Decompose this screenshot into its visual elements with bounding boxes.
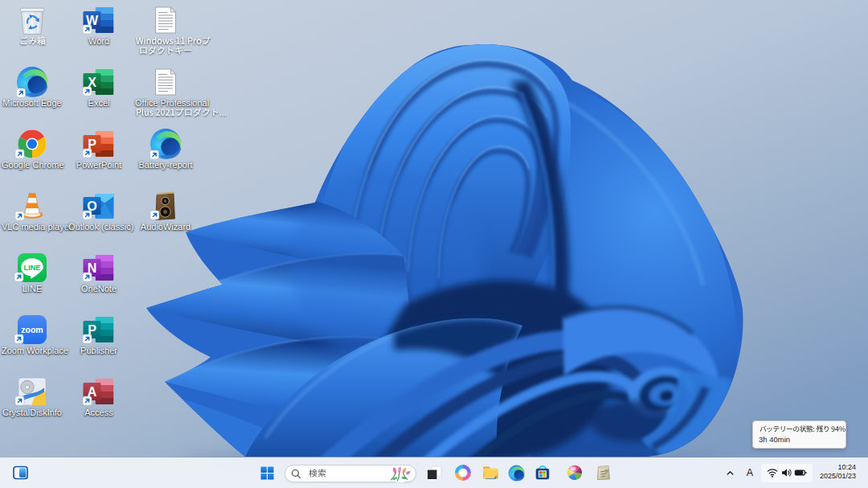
text-document-icon: [135, 6, 196, 34]
powerpoint-icon: P: [68, 130, 129, 158]
desktop-icon-access[interactable]: AAccess: [68, 378, 129, 417]
word-icon: W: [68, 6, 129, 34]
desktop-icon-zoom-workplace[interactable]: zoomZoom Workplace: [2, 316, 63, 355]
recycle-bin-icon: [2, 6, 63, 34]
desktop-icon-google-chrome[interactable]: Google Chrome: [2, 130, 63, 170]
desktop-icon-label-line: Zoom Workplace: [2, 346, 63, 355]
desktop-icon-label-line: [135, 108, 196, 117]
desktop-icon-label-line: [135, 46, 196, 55]
text-document-icon: [135, 68, 196, 96]
edge-icon: [135, 130, 196, 158]
onenote-icon: N: [68, 254, 129, 281]
svg-text:LINE: LINE: [24, 264, 41, 272]
desktop-icon-label: Microsoft Edge: [2, 98, 63, 108]
desktop-icon-label: Publisher: [68, 346, 129, 355]
clock-date: 2025/01/23: [820, 472, 856, 481]
desktop-icon-label-line: Word: [68, 36, 129, 46]
desktop-icon-label: Access: [68, 408, 129, 417]
desktop-icon-word[interactable]: WWord: [68, 6, 129, 46]
desktop-icon-label-line: PowerPoint: [68, 160, 129, 170]
access-icon: A: [68, 378, 129, 405]
desktop-icon-label-line: Outlook (classic): [68, 222, 129, 232]
desktop-icon-label-line: CrystalDiskInfo: [2, 408, 63, 417]
desktop-icon-label: Office Professional: [135, 98, 196, 117]
desktop-icon-label: CrystalDiskInfo: [2, 408, 63, 417]
desktop-icon-label: LINE: [2, 284, 63, 293]
desktop-icon-microsoft-edge[interactable]: Microsoft Edge: [2, 68, 63, 108]
desktop-icon-office-product-key[interactable]: Office Professional: [135, 68, 196, 117]
svg-text:zoom: zoom: [21, 325, 43, 334]
publisher-icon: P: [68, 316, 129, 343]
desktop-icon-audiowizard[interactable]: AudioWizard: [135, 192, 196, 232]
desktop-icon-vlc-media-player[interactable]: VLC media player: [2, 192, 63, 232]
vlc-cone-icon: [2, 192, 63, 219]
clock[interactable]: 10:24 2025/01/23: [820, 463, 856, 481]
windows-desktop: WWordMicrosoft EdgeXExcelOffice Professi…: [0, 0, 868, 488]
audiowizard-speaker-icon: [135, 192, 196, 219]
desktop-icon-label: VLC media player: [2, 222, 63, 232]
desktop-icon-label-line: LINE: [2, 284, 63, 293]
crystaldiskinfo-icon: [2, 378, 63, 405]
system-tray: A 10:24 2025/01/23: [0, 457, 868, 488]
desktop-icon-label: OneNote: [68, 284, 129, 293]
edge-icon: [2, 68, 63, 96]
desktop-icon-label-line: Google Chrome: [2, 160, 63, 170]
desktop-icon-excel[interactable]: XExcel: [68, 68, 129, 108]
battery-tooltip-line2: 3h 40min: [759, 434, 841, 445]
desktop-icon-powerpoint[interactable]: PPowerPoint: [68, 130, 129, 170]
volume-icon: [780, 467, 792, 478]
desktop-icon-windows-product-key[interactable]: [135, 6, 196, 55]
excel-icon: X: [68, 68, 129, 96]
battery-tooltip-line1: [759, 424, 841, 434]
clock-time: 10:24: [820, 463, 856, 472]
tray-status-group[interactable]: [761, 464, 813, 482]
desktop-icon-label-line: Access: [68, 408, 129, 417]
wallpaper-bloom-image: [0, 0, 868, 488]
desktop-icon-label: PowerPoint: [68, 160, 129, 170]
desktop-icon-label: Excel: [68, 98, 129, 108]
battery-tooltip: 3h 40min: [752, 420, 846, 449]
chrome-icon: [2, 130, 63, 158]
outlook-icon: O: [68, 192, 129, 219]
desktop-icon-recycle-bin[interactable]: [2, 6, 63, 46]
desktop-icon-label-line: Battery-report: [135, 160, 196, 170]
desktop-icon-label: Zoom Workplace: [2, 346, 63, 355]
desktop-icon-label-line: Office Professional: [135, 98, 196, 108]
desktop-icon-label: Battery-report: [135, 160, 196, 170]
tray-overflow-chevron-button[interactable]: [721, 463, 739, 482]
taskbar: A 10:24 2025/01/23: [0, 457, 868, 488]
desktop-icon-label-line: VLC media player: [2, 222, 63, 232]
desktop-icon-line[interactable]: LINELINE: [2, 254, 63, 293]
desktop-icon-label: Outlook (classic): [68, 222, 129, 232]
desktop-icon-crystaldiskinfo[interactable]: CrystalDiskInfo: [2, 378, 63, 417]
desktop-icon-label-line: [2, 36, 63, 46]
desktop-icon-label-line: AudioWizard: [135, 222, 196, 232]
desktop-icon-label: [135, 36, 196, 55]
desktop-icon-outlook-classic[interactable]: OOutlook (classic): [68, 192, 129, 232]
desktop-icon-label: [2, 36, 63, 46]
desktop-icon-label: AudioWizard: [135, 222, 196, 232]
desktop-icon-label-line: Publisher: [68, 346, 129, 355]
desktop-icon-battery-report[interactable]: Battery-report: [135, 130, 196, 170]
line-icon: LINE: [2, 254, 63, 281]
ime-mode-indicator[interactable]: A: [741, 463, 759, 482]
desktop-icon-onenote[interactable]: NOneNote: [68, 254, 129, 293]
desktop-icon-label-line: Microsoft Edge: [2, 98, 63, 108]
zoom-icon: zoom: [2, 316, 63, 343]
desktop-icon-publisher[interactable]: PPublisher: [68, 316, 129, 355]
desktop-icon-label-line: OneNote: [68, 284, 129, 293]
desktop-icon-label: Word: [68, 36, 129, 46]
battery-icon: [794, 468, 807, 478]
desktop-icon-label-line: Excel: [68, 98, 129, 108]
desktop-icon-label-line: [135, 36, 196, 46]
wifi-icon: [767, 467, 778, 478]
desktop-icon-label: Google Chrome: [2, 160, 63, 170]
